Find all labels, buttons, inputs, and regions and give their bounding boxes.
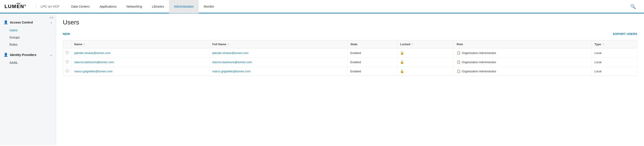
th-fullname: Full Name ▿ xyxy=(210,40,348,48)
nav-item-applications[interactable]: Applications xyxy=(95,0,122,13)
table-row: jatinder.shokar@lumen.com jatinder.shoka… xyxy=(63,48,637,58)
sidebar-section-identity-providers-label: Identity Providers xyxy=(10,53,36,57)
row-state-1: Enabled xyxy=(348,58,398,67)
th-role: Role xyxy=(454,40,592,48)
row-state-0: Enabled xyxy=(348,48,398,58)
row-select-1[interactable] xyxy=(63,58,72,67)
th-fullname-label: Full Name xyxy=(212,42,226,46)
row-type-0: Local xyxy=(592,48,637,58)
role-label-1: Organization Administrator xyxy=(462,60,496,64)
nav-items: Data Centers Applications Networking Lib… xyxy=(66,0,627,13)
table-header: Name ▿ Full Name ▿ State xyxy=(63,40,637,48)
th-state-label: State xyxy=(350,42,358,46)
nav-item-libraries[interactable]: Libraries xyxy=(147,0,169,13)
row-locked-0: 🔓 xyxy=(398,48,454,58)
identity-providers-icon: 👤 xyxy=(4,53,8,57)
sidebar-section-access-control: 👤 Access Control ⌄ Users Groups Roles xyxy=(0,18,56,48)
th-name: Name ▿ xyxy=(72,40,210,48)
row-locked-1: 🔓 xyxy=(398,58,454,67)
top-navigation: LUMEN® LPC on VCF Data Centers Applicati… xyxy=(0,0,644,13)
role-label-2: Organization Administrator xyxy=(462,70,496,73)
nav-item-data-centers[interactable]: Data Centers xyxy=(66,0,94,13)
logo-text: LUMEN® xyxy=(4,3,26,9)
nav-item-networking[interactable]: Networking xyxy=(122,0,147,13)
row-radio-1[interactable] xyxy=(66,60,69,63)
new-button[interactable]: NEW xyxy=(63,31,70,36)
user-email-0[interactable]: jatinder.shokar@lumen.com xyxy=(74,51,110,55)
role-icon-1: 📋 xyxy=(457,60,460,64)
row-radio-2[interactable] xyxy=(66,69,69,72)
th-role-label: Role xyxy=(457,42,463,46)
nav-item-administration[interactable]: Administration xyxy=(169,0,199,13)
table-row: marco.grigoletto@lumen.com marco.grigole… xyxy=(63,67,637,76)
nav-item-monitor[interactable]: Monitor xyxy=(199,0,219,13)
row-role-2: 📋 Organization Administrator xyxy=(454,67,592,76)
user-fullname-1[interactable]: stavros.barbouris@lumen.com xyxy=(212,60,252,64)
sidebar: << 👤 Access Control ⌄ Users Groups Roles… xyxy=(0,13,56,145)
name-filter-icon[interactable]: ▿ xyxy=(84,43,85,46)
row-role-1: 📋 Organization Administrator xyxy=(454,58,592,67)
toolbar: NEW EXPORT USERS xyxy=(63,31,637,36)
sidebar-collapse-button[interactable]: << xyxy=(49,16,54,20)
role-icon-0: 📋 xyxy=(457,51,460,55)
table-body: jatinder.shokar@lumen.com jatinder.shoka… xyxy=(63,48,637,76)
row-select-0[interactable] xyxy=(63,48,72,58)
lock-icon-2: 🔓 xyxy=(400,69,404,73)
sidebar-section-identity-providers-header[interactable]: 👤 Identity Providers ⌄ xyxy=(0,50,56,59)
lock-icon-1: 🔓 xyxy=(400,60,404,64)
app-layout: << 👤 Access Control ⌄ Users Groups Roles… xyxy=(0,13,644,145)
access-control-chevron-icon: ⌄ xyxy=(50,21,52,24)
product-name: LPC on VCF xyxy=(36,4,60,8)
th-type-label: Type xyxy=(594,42,601,46)
role-label-0: Organization Administrator xyxy=(462,51,496,55)
user-email-2[interactable]: marco.grigoletto@lumen.com xyxy=(74,70,112,73)
sidebar-section-access-control-header[interactable]: 👤 Access Control ⌄ xyxy=(0,18,56,27)
main-content: Users NEW EXPORT USERS Name ▿ xyxy=(56,13,644,145)
sidebar-section-access-control-label: Access Control xyxy=(10,21,33,24)
sidebar-section-identity-providers: 👤 Identity Providers ⌄ SAML xyxy=(0,50,56,66)
th-name-label: Name xyxy=(74,42,82,46)
table-row: stavros.barbouris@lumen.com stavros.barb… xyxy=(63,58,637,67)
export-users-button[interactable]: EXPORT USERS xyxy=(613,31,637,36)
user-fullname-2[interactable]: marco.grigoletto@lumen.com xyxy=(212,70,250,73)
row-radio-0[interactable] xyxy=(66,51,69,54)
sidebar-item-users[interactable]: Users xyxy=(0,27,56,34)
user-fullname-0[interactable]: jatinder.shokar@lumen.com xyxy=(212,51,248,55)
row-name-1: stavros.barbouris@lumen.com xyxy=(72,58,210,67)
row-name-2: marco.grigoletto@lumen.com xyxy=(72,67,210,76)
users-table-wrapper: Name ▿ Full Name ▿ State xyxy=(63,40,637,76)
th-locked-label: Locked xyxy=(400,42,410,46)
search-button[interactable]: 🔍 xyxy=(627,4,640,9)
logo: LUMEN® xyxy=(4,3,32,9)
row-role-0: 📋 Organization Administrator xyxy=(454,48,592,58)
row-fullname-2: marco.grigoletto@lumen.com xyxy=(210,67,348,76)
row-state-2: Enabled xyxy=(348,67,398,76)
row-locked-2: 🔓 xyxy=(398,67,454,76)
logo-reg: ® xyxy=(24,4,26,6)
type-filter-icon[interactable]: ▿ xyxy=(602,43,604,46)
th-state: State xyxy=(348,40,398,48)
sidebar-item-roles[interactable]: Roles xyxy=(0,41,56,48)
row-select-2[interactable] xyxy=(63,67,72,76)
th-type: Type ▿ xyxy=(592,40,637,48)
row-type-1: Local xyxy=(592,58,637,67)
row-type-2: Local xyxy=(592,67,637,76)
page-title: Users xyxy=(63,19,637,26)
sidebar-item-saml[interactable]: SAML xyxy=(0,59,56,66)
fullname-filter-icon[interactable]: ▿ xyxy=(228,43,229,46)
lock-icon-0: 🔓 xyxy=(400,51,404,55)
identity-providers-chevron-icon: ⌄ xyxy=(50,53,52,56)
th-select xyxy=(63,40,72,48)
users-table: Name ▿ Full Name ▿ State xyxy=(63,40,637,76)
user-email-1[interactable]: stavros.barbouris@lumen.com xyxy=(74,60,114,64)
row-name-0: jatinder.shokar@lumen.com xyxy=(72,48,210,58)
access-control-icon: 👤 xyxy=(4,20,8,24)
sidebar-item-groups[interactable]: Groups xyxy=(0,34,56,41)
row-fullname-0: jatinder.shokar@lumen.com xyxy=(210,48,348,58)
role-icon-2: 📋 xyxy=(457,69,460,73)
th-locked: Locked ▿ xyxy=(398,40,454,48)
row-fullname-1: stavros.barbouris@lumen.com xyxy=(210,58,348,67)
locked-filter-icon[interactable]: ▿ xyxy=(412,43,413,46)
